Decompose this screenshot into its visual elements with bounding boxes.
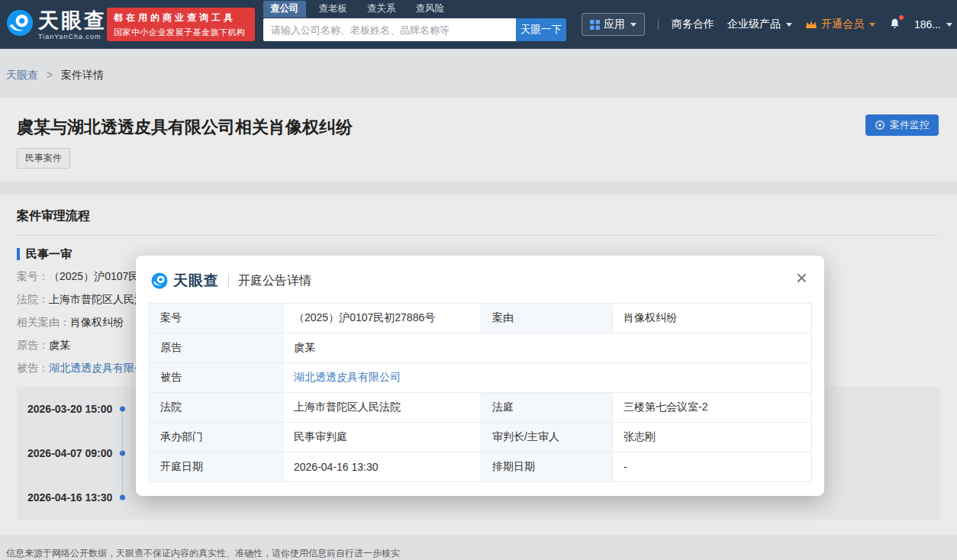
top-header: 天眼查 TianYanCha.com 都在用的商业查询工具 国家中小企业发展子基… (0, 0, 957, 49)
table-row: 承办部门 民事审判庭 审判长/主审人 张志刚 (150, 423, 812, 452)
notification-dot (899, 15, 904, 20)
modal-brand: 天眼查 (151, 271, 219, 291)
table-label: 排期日期 (482, 452, 613, 482)
modal-brand-name: 天眼查 (173, 271, 219, 291)
table-row: 法院 上海市普陀区人民法院 法庭 三楼第七会议室-2 (150, 393, 812, 423)
table-label: 法院 (150, 393, 283, 423)
search-button[interactable]: 天眼一下 (516, 18, 566, 41)
brand-name: 天眼查 (38, 9, 107, 32)
table-row: 原告 虞某 (150, 333, 812, 363)
tianyancha-logo-icon (6, 9, 34, 37)
trust-badge: 都在用的商业查询工具 国家中小企业发展子基金旗下机构 (107, 8, 255, 41)
table-value: 肖像权纠纷 (613, 304, 812, 333)
vip-upgrade[interactable]: 开通会员 (805, 18, 875, 31)
cooperation-label: 商务合作 (672, 18, 714, 31)
crown-icon (805, 20, 817, 30)
search-input[interactable] (263, 18, 516, 41)
table-value: 三楼第七会议室-2 (613, 393, 812, 423)
table-label: 法庭 (482, 393, 613, 423)
badge-line-1: 都在用的商业查询工具 (114, 11, 248, 24)
table-value: （2025）沪0107民初27886号 (283, 304, 482, 333)
header-search: 查公司 查老板 查关系 查风险 天眼一下 (263, 2, 566, 41)
apps-label: 应用 (604, 18, 625, 31)
table-value: 张志刚 (613, 423, 812, 452)
table-row: 开庭日期 2026-04-16 13:30 排期日期 - (150, 452, 812, 482)
table-value: 2026-04-16 13:30 (283, 452, 482, 482)
brand-logo[interactable]: 天眼查 TianYanCha.com (6, 9, 107, 40)
phone-label: 186... (914, 18, 941, 31)
table-value: 虞某 (283, 333, 812, 363)
table-row: 被告 湖北透透皮具有限公司 (150, 363, 812, 393)
caret-down-icon (786, 23, 792, 27)
phone-account-menu[interactable]: 186... (914, 18, 952, 31)
table-label: 原告 (150, 333, 283, 363)
caret-down-icon (869, 23, 875, 27)
nav-business-cooperation[interactable]: 商务合作 (672, 18, 714, 31)
table-value: 民事审判庭 (283, 423, 482, 452)
modal-header-divider (228, 274, 229, 288)
header-nav: 应用 商务合作 企业级产品 开通会员 (582, 0, 952, 49)
modal-title: 开庭公告详情 (238, 273, 311, 289)
tianyancha-logo-icon (151, 272, 168, 289)
search-tab-boss[interactable]: 查老板 (312, 1, 355, 18)
search-tab-risk[interactable]: 查风险 (409, 1, 452, 18)
page: 天眼查 TianYanCha.com 都在用的商业查询工具 国家中小企业发展子基… (0, 0, 957, 560)
notification-bell[interactable] (888, 17, 901, 33)
nav-enterprise-products[interactable]: 企业级产品 (727, 18, 792, 31)
caret-down-icon (946, 23, 952, 27)
search-tabs: 查公司 查老板 查关系 查风险 (263, 2, 566, 18)
table-label: 案号 (150, 304, 283, 333)
hearing-detail-table: 案号 （2025）沪0107民初27886号 案由 肖像权纠纷 原告 虞某 被告… (149, 303, 812, 482)
table-label: 被告 (150, 363, 283, 393)
badge-line-2: 国家中小企业发展子基金旗下机构 (114, 27, 248, 38)
nav-divider (658, 19, 659, 30)
table-value: 上海市普陀区人民法院 (283, 393, 482, 423)
table-row: 案号 （2025）沪0107民初27886号 案由 肖像权纠纷 (150, 304, 812, 333)
modal-header: 天眼查 开庭公告详情 × (136, 256, 824, 291)
search-tab-relation[interactable]: 查关系 (360, 1, 403, 18)
search-tab-company[interactable]: 查公司 (263, 1, 306, 18)
table-label: 开庭日期 (150, 452, 283, 482)
grid-icon (590, 20, 600, 30)
hearing-detail-modal: 天眼查 开庭公告详情 × 案号 （2025）沪0107民初27886号 案由 肖… (136, 256, 824, 496)
apps-menu[interactable]: 应用 (582, 13, 645, 36)
table-label: 审判长/主审人 (482, 423, 613, 452)
defendant-company-link[interactable]: 湖北透透皮具有限公司 (283, 363, 812, 393)
caret-down-icon (630, 23, 636, 27)
vip-label: 开通会员 (821, 18, 864, 31)
enterprise-label: 企业级产品 (727, 18, 781, 31)
modal-close-button[interactable]: × (790, 262, 814, 294)
table-label: 承办部门 (150, 423, 283, 452)
brand-domain: TianYanCha.com (38, 33, 107, 40)
table-label: 案由 (482, 304, 613, 333)
table-value: - (613, 452, 812, 482)
